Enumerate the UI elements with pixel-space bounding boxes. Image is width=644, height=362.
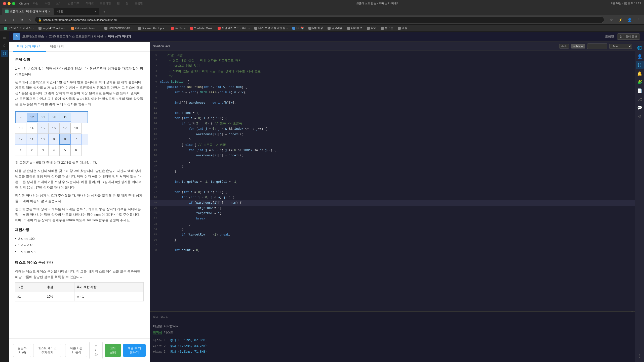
rs-source-icon[interactable]: 📄	[636, 86, 644, 95]
table-cell-score: 10%	[45, 292, 74, 301]
bookmark-icon-6	[190, 27, 193, 30]
bookmark-icon-12	[347, 27, 350, 30]
bookmark-github[interactable]: tony9402/baekjoo...	[36, 26, 69, 30]
bookmark-daple[interactable]: 대이플로	[345, 26, 364, 30]
result-value-3: 통과 (0.21ms, 71.8MB)	[170, 350, 207, 354]
compiler-options-button[interactable]: 컴파일러 옵션	[617, 33, 640, 40]
code-editor[interactable]: 1 /*알고리즘 2 - 창고 배열 생성 + 택배 상자를 지그재그로 배치 …	[150, 51, 635, 311]
sidebar-home-icon[interactable]: ⌂	[1, 42, 8, 49]
constraints-section: 제한사항 • 2 ≤ n ≤ 100 • 1 ≤ w ≤ 10 • 1 ≤ nu…	[15, 227, 144, 255]
tab-newtab[interactable]: 새 탭 ×	[54, 8, 99, 15]
right-sidebar: 🌐 👤 { } 🔔 🧩 📄 ⎇ 💬 ⚙ ⟩	[635, 42, 644, 362]
address-bar[interactable]: 🔒 school.programmers.co.kr/learn/courses…	[35, 17, 604, 23]
tab-test[interactable]: 테스트	[164, 330, 173, 335]
rs-git-icon[interactable]: ⎇	[636, 95, 644, 103]
language-select[interactable]: Java JavaScript Python3	[609, 44, 632, 49]
sidebar-menu-icon[interactable]: ☰	[1, 34, 8, 41]
sidebar-code-icon[interactable]: { }	[1, 50, 8, 57]
problem-desc5: 창고에 있는 택배 상자의 개수를 나타내는 정수 n , 가로로 놓는 상자의…	[15, 206, 144, 223]
tab2-close-button[interactable]: ×	[94, 10, 96, 13]
bookmark-commit[interactable]: 커밋(commit) 날짜...	[102, 26, 135, 30]
bookmark-blog[interactable]: 내가 보려고 정리한 블...	[252, 26, 290, 30]
result-row-1: 테스트 1 통과 (0.31ms, 82.6MB)	[153, 337, 632, 343]
title-bar: Chrome 파일 수정 보기 방문 기록 책마크 프로파일 탭 창 도움말 크…	[0, 0, 644, 7]
extensions-button[interactable]: ⚡	[617, 17, 624, 23]
code-line-2: 2 - 창고 배열 생성 + 택배 상자를 지그재그로 배치	[150, 58, 635, 63]
rs-profile-icon[interactable]: 👤	[636, 52, 644, 60]
fullscreen-button[interactable]	[12, 2, 15, 5]
bookmark-ds[interactable]: DS📚	[290, 26, 306, 30]
settings-button[interactable]: ⋮	[635, 17, 642, 23]
help-button[interactable]: 도움말	[605, 34, 614, 39]
add-test-button[interactable]: 테스트 케이스 추가하기	[33, 344, 61, 357]
bookmark-dev[interactable]: 개발	[396, 26, 409, 30]
tab-title-2: 새 탭	[57, 10, 63, 13]
other-solution-button[interactable]: 다른 사람의 풀이	[65, 344, 87, 357]
tab-active[interactable]: 크롬테스트 · 택배 상자 꺼내기 ×	[2, 8, 54, 15]
code-line-12: 12 int index = 1;	[150, 111, 635, 116]
rs-code-icon[interactable]: { }	[636, 61, 644, 69]
bookmark-label-3: 커밋(commit) 날짜...	[108, 26, 133, 30]
result-label-2: 테스트 2	[153, 344, 168, 348]
result-tabs: 정확성 테스트	[153, 329, 632, 336]
tab-submissions[interactable]: 제출 내역	[46, 42, 68, 52]
tab-close-button[interactable]: ×	[49, 10, 51, 13]
rs-settings-icon[interactable]: ⚙	[636, 112, 644, 120]
breadcrumb-1[interactable]: 코드테스트 연습	[22, 34, 44, 39]
rs-chat-icon[interactable]: 💬	[636, 104, 644, 112]
code-line-14: 14 if (i % 2 == 0) { // 왼쪽 -> 오른쪽	[150, 121, 635, 126]
problem-desc4: 당신은 꺼내려는 상자 번호가 주어졌을 때, 꺼내려는 상자를 포함해 총 몇…	[15, 193, 144, 204]
minimize-button[interactable]	[8, 2, 11, 5]
problem-panel: 택배 상자 꺼내기 제출 내역 문제 설명 1 ~ n 의 번호가 있는 택배 …	[9, 42, 150, 362]
theme-sublime-button[interactable]: sublime	[571, 44, 585, 49]
window-title: 크롬테스트 연습 · 택배 상자 꺼내기	[147, 2, 609, 5]
rs-chrome-icon[interactable]: 🌐	[636, 44, 644, 52]
bookmark-may[interactable]: 5월 채용	[306, 26, 325, 30]
bookmark-ytmusic[interactable]: YouTube Music	[188, 26, 215, 30]
grid-visualization: ← 22 21 20 19 13 14 15	[15, 111, 144, 156]
diagram-label: 위 그림은 w = 6일 때 택배 상자 22개를 쌓은 예시입니다.	[15, 160, 144, 165]
rs-notification-icon[interactable]: 🔔	[636, 69, 644, 77]
rs-puzzle-icon[interactable]: 🧩	[636, 78, 644, 86]
bookmark-discover[interactable]: Discover the top s...	[136, 26, 168, 30]
forward-button[interactable]: ›	[10, 17, 17, 23]
profile-button[interactable]: 👤	[626, 17, 633, 23]
init-button[interactable]: 초기화	[89, 342, 103, 359]
rs-collapse-icon[interactable]: ⟩	[636, 352, 644, 360]
home-button[interactable]: ⌂	[26, 17, 33, 23]
bookmark-git[interactable]: Git remote branch...	[69, 26, 102, 30]
ask-button[interactable]: 질문하기 (6)	[13, 344, 31, 357]
bookmark-label-12: 대이플로	[351, 26, 362, 30]
result-row-3: 테스트 3 통과 (0.21ms, 71.8MB)	[153, 349, 632, 355]
tab-problem[interactable]: 택배 상자 꺼내기	[13, 42, 46, 52]
bookmark-label-8: 내가 보려고 정리한 블...	[258, 26, 288, 30]
tab-favicon	[5, 10, 9, 13]
submit-button[interactable]: 제출 후 채점하기	[123, 344, 146, 357]
table-header-group: 그룹	[15, 283, 45, 292]
bookmark-icon-9	[292, 27, 295, 30]
table-cell-constraint: w = 1	[74, 292, 144, 301]
run-button[interactable]: 코드 실행	[105, 344, 121, 357]
theme-dark-button[interactable]: dark	[559, 44, 569, 49]
traffic-lights	[3, 2, 15, 5]
font-input[interactable]	[587, 43, 607, 49]
bookmark-youtube[interactable]: YouTube	[169, 26, 188, 30]
code-line-7: 7 public int solution(int n, int w, int …	[150, 85, 635, 90]
close-button[interactable]	[3, 2, 6, 5]
reload-button[interactable]: ↻	[18, 17, 25, 23]
bookmark-codetest[interactable]: 코드테스트 대비 유...	[2, 26, 36, 30]
bookmark-star-button[interactable]: ☆	[608, 17, 615, 23]
result-label-3: 테스트 3	[153, 350, 168, 354]
back-button[interactable]: ‹	[2, 17, 9, 23]
browser-chrome: ‹ › ↻ ⌂ 🔒 school.programmers.co.kr/learn…	[0, 15, 644, 25]
bookmark-school[interactable]: 학교	[365, 26, 378, 30]
code-line-11: 11	[150, 106, 635, 111]
bookmark-algo[interactable]: 알고리즘	[326, 26, 345, 30]
tab-accuracy[interactable]: 정확성	[153, 330, 162, 335]
problem-tabs: 택배 상자 꺼내기 제출 내역	[9, 42, 150, 52]
bookmark-ytchannel[interactable]: 채널 대시보드 - YouT...	[216, 26, 252, 30]
code-line-37: 37	[150, 243, 635, 248]
breadcrumb-2[interactable]: 2025 프로그래머스 코드챌린지 2차 예선	[49, 34, 103, 39]
new-tab-button[interactable]: +	[101, 9, 108, 15]
bookmark-capstone[interactable]: 클스톤	[379, 26, 395, 30]
